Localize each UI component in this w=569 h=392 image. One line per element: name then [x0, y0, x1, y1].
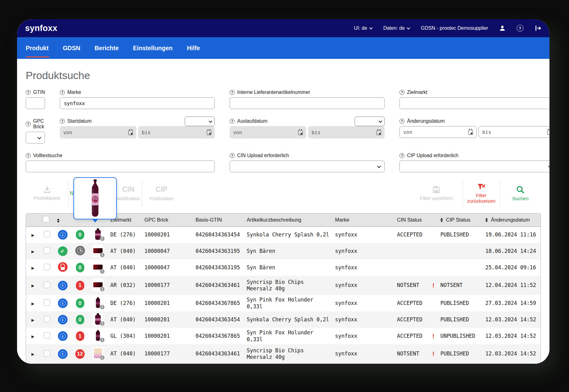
- cip-publication-button[interactable]: CIP Publication: [142, 180, 181, 206]
- sort-icon[interactable]: [440, 217, 443, 223]
- help-icon[interactable]: ?: [399, 119, 404, 124]
- filter-zuruecksetzen-button[interactable]: Filter zurücksetzen: [463, 180, 500, 206]
- row-checkbox[interactable]: [44, 299, 50, 306]
- info-icon[interactable]: [58, 331, 68, 341]
- sort-icon[interactable]: [57, 217, 60, 224]
- col-cin-status[interactable]: CIN Status: [394, 214, 430, 227]
- zielmarkt-input[interactable]: [399, 97, 549, 109]
- startdatum-von-input[interactable]: [63, 130, 128, 135]
- calendar-icon[interactable]: [207, 130, 211, 135]
- nav-tab-produkt[interactable]: Produkt: [26, 37, 49, 59]
- aenderungsdatum-bis-field[interactable]: [479, 126, 549, 138]
- produktpass-button[interactable]: Produktpass: [26, 180, 68, 206]
- gtin-input[interactable]: [26, 97, 45, 109]
- expand-row-icon[interactable]: [31, 351, 34, 357]
- expand-row-icon[interactable]: [31, 317, 34, 323]
- help-icon[interactable]: ?: [399, 90, 404, 95]
- marke-input[interactable]: [60, 97, 215, 109]
- auslaufdatum-von-field[interactable]: [230, 126, 306, 139]
- auslaufdatum-bis-input[interactable]: [311, 130, 377, 135]
- expand-row-icon[interactable]: [31, 249, 34, 254]
- calendar-icon[interactable]: [377, 130, 381, 135]
- col-cip-status[interactable]: CIP Status: [437, 214, 482, 227]
- product-thumbnail[interactable]: 1: [93, 261, 103, 273]
- calendar-icon[interactable]: [128, 130, 133, 135]
- help-icon[interactable]: ?: [399, 153, 404, 158]
- pencil-icon[interactable]: [58, 246, 68, 256]
- startdatum-mode-select[interactable]: [185, 117, 215, 126]
- expand-row-icon[interactable]: [31, 333, 34, 339]
- calendar-icon[interactable]: [298, 130, 303, 135]
- status-badge[interactable]: 0: [76, 315, 84, 324]
- status-badge[interactable]: 12: [75, 349, 85, 359]
- lock-icon[interactable]: [58, 262, 68, 272]
- product-thumbnail[interactable]: 1: [93, 244, 103, 257]
- status-badge[interactable]: 0: [76, 263, 84, 272]
- cin-notification-button[interactable]: CIN Notification: [115, 180, 142, 206]
- help-icon[interactable]: ?: [230, 119, 235, 124]
- row-checkbox[interactable]: [44, 264, 50, 270]
- status-badge[interactable]: 0: [76, 230, 84, 240]
- sort-icon[interactable]: [485, 217, 488, 223]
- col-gpc-brick[interactable]: GPC Brick: [141, 214, 192, 227]
- col-marke[interactable]: Marke: [332, 214, 394, 227]
- status-badge[interactable]: 1: [76, 331, 84, 341]
- status-badge[interactable]: 1: [76, 281, 84, 290]
- row-checkbox[interactable]: [44, 247, 50, 254]
- clock-icon[interactable]: [75, 246, 85, 255]
- info-icon[interactable]: [58, 315, 68, 324]
- help-icon[interactable]: ?: [230, 153, 235, 158]
- expand-row-icon[interactable]: [31, 301, 34, 306]
- col-basis-gtin[interactable]: Basis-GTIN: [192, 214, 244, 227]
- startdatum-bis-field[interactable]: [138, 126, 215, 139]
- expand-row-icon[interactable]: [31, 265, 34, 271]
- aenderungsdatum-von-field[interactable]: [399, 126, 477, 138]
- status-badge[interactable]: 0: [76, 298, 84, 308]
- volltextsuche-input[interactable]: [26, 161, 215, 172]
- info-icon[interactable]: [58, 349, 68, 359]
- col-artikelkurzbeschreibung[interactable]: Artikelkurzbeschreibung: [244, 214, 332, 227]
- product-thumbnail[interactable]: 1: [93, 279, 103, 291]
- product-thumbnail[interactable]: 1: [93, 347, 103, 359]
- auslaufdatum-mode-select[interactable]: [355, 117, 385, 126]
- info-icon[interactable]: [58, 230, 68, 240]
- nav-tab-einstellungen[interactable]: Einstellungen: [133, 37, 173, 59]
- auslaufdatum-von-input[interactable]: [233, 130, 298, 135]
- product-thumbnail[interactable]: 1: [93, 313, 103, 325]
- aenderungsdatum-bis-input[interactable]: [482, 129, 547, 135]
- auslaufdatum-bis-field[interactable]: [308, 126, 385, 139]
- startdatum-bis-input[interactable]: [142, 130, 207, 135]
- data-language-select[interactable]: Daten: de: [383, 25, 410, 31]
- row-checkbox[interactable]: [44, 350, 50, 357]
- cip-upload-select[interactable]: [399, 161, 549, 172]
- startdatum-von-field[interactable]: [60, 126, 136, 139]
- col-aenderungsdatum[interactable]: Änderungsdatum: [482, 214, 541, 227]
- gpc-brick-select[interactable]: [26, 132, 45, 143]
- row-checkbox[interactable]: [44, 332, 50, 339]
- product-thumbnail[interactable]: 2: [93, 228, 103, 240]
- help-icon[interactable]: ?: [60, 119, 65, 124]
- row-checkbox[interactable]: [44, 282, 50, 288]
- ui-language-select[interactable]: UI: de: [354, 25, 372, 31]
- lieferantenartikelnummer-input[interactable]: [230, 97, 385, 109]
- product-thumbnail[interactable]: 1: [93, 329, 103, 342]
- user-icon[interactable]: [499, 25, 505, 31]
- help-icon[interactable]: ?: [26, 121, 31, 126]
- cin-upload-select[interactable]: [230, 161, 385, 172]
- help-icon[interactable]: ?: [517, 25, 523, 32]
- help-icon[interactable]: ?: [26, 153, 31, 158]
- calendar-icon[interactable]: [468, 130, 473, 135]
- info-icon[interactable]: [58, 298, 68, 308]
- suchen-button[interactable]: Suchen: [500, 180, 541, 206]
- filter-speichern-button[interactable]: Filter speichern: [410, 180, 463, 206]
- product-thumbnail[interactable]: 1: [93, 297, 103, 309]
- nav-tab-gdsn[interactable]: GDSN: [63, 37, 80, 59]
- row-checkbox[interactable]: [44, 316, 50, 322]
- help-icon[interactable]: ?: [230, 90, 235, 95]
- calendar-icon[interactable]: [547, 130, 549, 135]
- help-icon[interactable]: ?: [60, 90, 65, 95]
- nav-tab-berichte[interactable]: Berichte: [95, 37, 119, 59]
- expand-row-icon[interactable]: [31, 232, 34, 238]
- nav-tab-hilfe[interactable]: Hilfe: [187, 37, 200, 59]
- select-all-checkbox[interactable]: [43, 216, 49, 222]
